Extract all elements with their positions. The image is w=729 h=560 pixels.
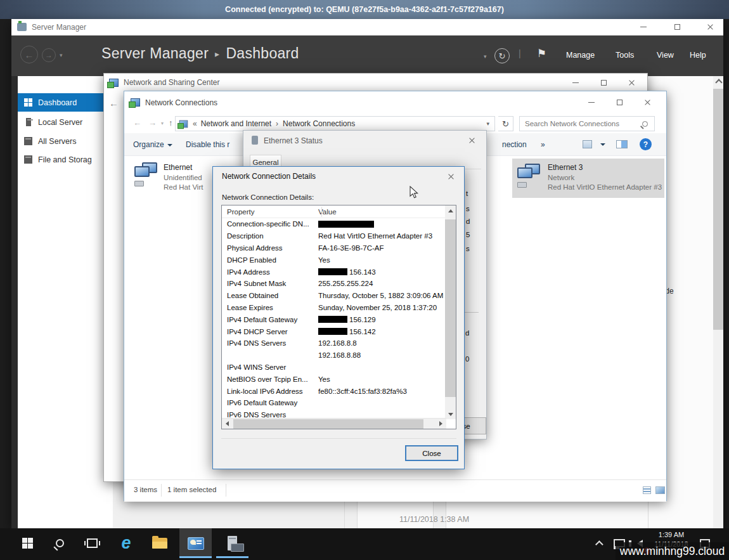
menu-view[interactable]: View	[657, 51, 674, 60]
menu-manage[interactable]: Manage	[566, 51, 595, 60]
refresh-icon[interactable]: ↻	[494, 48, 510, 63]
desktop: Connected (encrypted) to: QEMU (87e27f5a…	[0, 0, 729, 560]
maximize-button[interactable]	[591, 74, 616, 91]
maximize-button[interactable]	[664, 19, 690, 35]
scroll-down-icon[interactable]	[445, 409, 456, 419]
header-separator: |	[519, 48, 521, 58]
status-value-fragment: t	[466, 190, 468, 197]
listview-header[interactable]: Property Value	[222, 205, 445, 218]
status-value-fragment: d	[466, 218, 470, 225]
details-listview[interactable]: Property Value Connection-specific DN...…	[221, 205, 456, 429]
notifications-flag-icon[interactable]: ⚑	[537, 47, 546, 60]
view-options-icon[interactable]	[583, 140, 592, 148]
table-row: Physical AddressFA-16-3E-9B-7C-AF	[222, 242, 445, 254]
close-button[interactable]	[633, 91, 661, 114]
taskbar-search-button[interactable]	[48, 528, 71, 558]
view-dropdown-icon[interactable]	[600, 143, 605, 146]
tile-datetime-fragment: 11/11/2018 1:38 AM	[399, 515, 469, 524]
back-arrow-icon[interactable]: ←	[109, 98, 119, 108]
internet-explorer-button[interactable]: e	[113, 528, 139, 558]
dashboard-tile	[446, 501, 648, 528]
status-value-fragment: s	[466, 205, 470, 212]
vertical-scrollbar[interactable]	[445, 205, 456, 419]
sharing-center-titlebar[interactable]: Network and Sharing Center	[104, 74, 647, 91]
file-explorer-button[interactable]	[147, 528, 172, 558]
column-property[interactable]: Property	[222, 208, 318, 216]
organize-button[interactable]: Organize	[133, 140, 172, 149]
refresh-icon[interactable]: ↻	[498, 116, 513, 131]
server-manager-header: ← → ▾ Server Manager▸Dashboard ▾ ↻ | ⚑ M…	[11, 36, 723, 76]
scroll-left-icon[interactable]	[222, 419, 233, 429]
scrollbar-thumb[interactable]	[713, 89, 723, 330]
network-connections-icon	[131, 98, 140, 107]
open-app-indicator	[216, 556, 248, 558]
details-close-button[interactable]: Close	[405, 445, 458, 461]
network-connections-title: Network Connections	[145, 98, 217, 107]
close-button[interactable]	[697, 19, 723, 35]
disable-device-button[interactable]: Disable this r	[186, 140, 229, 149]
table-row: Lease ObtainedThursday, October 5, 1882 …	[222, 290, 445, 302]
sidebar-item-dashboard[interactable]: Dashboard	[18, 93, 113, 112]
network-connections-taskbar-button[interactable]	[179, 528, 212, 558]
back-button[interactable]: ←	[20, 46, 38, 63]
details-view-icon[interactable]	[643, 486, 651, 494]
history-dropdown-icon[interactable]: ▾	[161, 120, 164, 126]
minimize-button[interactable]	[577, 91, 605, 114]
search-icon[interactable]	[642, 121, 648, 127]
sidebar-item-file-storage[interactable]: File and Storag	[18, 150, 113, 169]
maximize-button[interactable]	[605, 91, 633, 114]
server-manager-titlebar[interactable]: Server Manager	[11, 19, 723, 36]
network-connections-titlebar[interactable]: Network Connections	[124, 91, 666, 114]
status-bar: 3 items 1 item selected	[124, 479, 666, 502]
table-row: IPv4 WINS Server	[222, 361, 445, 374]
minimize-button[interactable]	[631, 19, 656, 35]
task-view-button[interactable]	[80, 528, 104, 558]
forward-arrow-icon[interactable]: →	[148, 118, 157, 127]
header-dropdown-icon[interactable]: ▾	[484, 53, 487, 60]
dashboard-scrollbar[interactable]	[713, 76, 723, 528]
menu-tools[interactable]: Tools	[616, 51, 634, 60]
menu-help[interactable]: Help	[690, 51, 706, 60]
sidebar-item-all-servers[interactable]: All Servers	[18, 132, 113, 150]
thumbnail-view-icon[interactable]	[655, 486, 665, 494]
crumb-network-connections[interactable]: Network Connections	[283, 119, 355, 128]
close-button[interactable]	[462, 131, 481, 150]
close-button[interactable]	[441, 168, 460, 185]
tray-overflow-button[interactable]	[592, 528, 609, 558]
server-manager-sidebar: Dashboard Local Server All Servers File …	[18, 76, 113, 528]
connection-item-ethernet3[interactable]: Ethernet 3 Network Red Hat VirtIO Ethern…	[512, 159, 664, 198]
scrollbar-thumb[interactable]	[233, 419, 423, 429]
nav-dropdown-icon[interactable]: ▾	[60, 52, 63, 58]
forward-button[interactable]: →	[42, 48, 56, 62]
scroll-up-icon[interactable]	[713, 77, 724, 88]
redaction-bar	[318, 328, 347, 335]
server-manager-taskbar-button[interactable]	[216, 528, 248, 558]
scrollbar-thumb[interactable]	[445, 219, 456, 397]
horizontal-scrollbar[interactable]	[222, 418, 446, 429]
mouse-cursor	[410, 186, 419, 199]
local-server-icon	[26, 118, 31, 126]
help-icon[interactable]: ?	[640, 138, 652, 150]
minimize-button[interactable]	[563, 74, 588, 91]
breadcrumb-current[interactable]: Dashboard	[226, 45, 299, 62]
search-input[interactable]: Search Network Connections	[519, 116, 655, 131]
start-button[interactable]	[15, 528, 39, 558]
crumb-network-internet[interactable]: Network and Internet	[201, 119, 271, 128]
connection-details-dialog: Network Connection Details Network Conne…	[212, 166, 465, 469]
scroll-right-icon[interactable]	[435, 419, 446, 429]
preview-pane-icon[interactable]	[616, 140, 628, 148]
table-row: IPv4 DNS Servers192.168.8.8	[222, 337, 445, 349]
back-arrow-icon[interactable]: ←	[133, 118, 141, 127]
up-arrow-icon[interactable]: ↑	[169, 118, 173, 127]
dashboard-icon	[24, 98, 32, 107]
address-dropdown-icon[interactable]: ▾	[486, 120, 489, 127]
connection-command-fragment[interactable]: nection	[502, 140, 527, 149]
close-button[interactable]	[619, 74, 644, 91]
scroll-up-icon[interactable]	[445, 205, 456, 216]
breadcrumb-root[interactable]: Server Manager	[101, 45, 209, 62]
open-app-indicator	[179, 556, 212, 558]
address-breadcrumb[interactable]: « Network and Internet › Network Connect…	[175, 116, 495, 131]
toolbar-overflow-chevron[interactable]: »	[541, 140, 545, 149]
network-app-icon	[188, 537, 204, 550]
sidebar-item-local-server[interactable]: Local Server	[18, 113, 113, 131]
